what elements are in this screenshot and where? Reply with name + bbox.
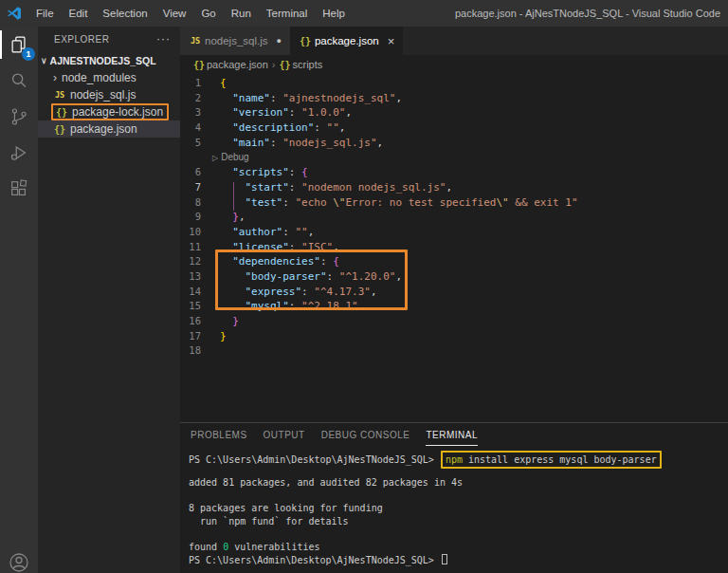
file-label: package-lock.json: [72, 105, 163, 119]
terminal-command-line: PS C:\Users\Admin\Desktop\AjNesTNodeJS_S…: [189, 450, 728, 470]
tree-item-package.json[interactable]: {}package.json: [38, 120, 180, 138]
menu-run[interactable]: Run: [224, 0, 259, 27]
code-editor[interactable]: 1{2 "name": "ajnestnodejs_sql",3 "versio…: [180, 74, 728, 422]
code-line-17: 17}: [180, 329, 728, 344]
line-number: 9: [180, 210, 209, 225]
code-text: "start": "nodemon nodejs_sql.js",: [209, 180, 452, 195]
code-text: "author": "",: [209, 225, 314, 240]
activity-run-debug-button[interactable]: [0, 135, 38, 171]
line-number: 12: [180, 254, 209, 269]
breadcrumb-separator-icon: ›: [272, 59, 276, 70]
file-tree: ›node_modulesJSnodejs_sql.js{}package-lo…: [38, 69, 180, 138]
chevron-down-icon: ∨: [41, 56, 47, 65]
activity-bar: 1: [0, 27, 38, 573]
code-text: "name": "ajnestnodejs_sql",: [209, 91, 402, 106]
code-lines: 1{2 "name": "ajnestnodejs_sql",3 "versio…: [180, 76, 728, 359]
file-label: nodejs_sql.js: [70, 88, 136, 102]
command-highlight-box: npm install express mysql body-parser: [441, 451, 662, 469]
line-number: 6: [180, 165, 209, 180]
close-icon[interactable]: ×: [388, 34, 395, 48]
code-line-9: 9 },: [180, 210, 728, 225]
terminal[interactable]: PS C:\Users\Admin\Desktop\AjNesTNodeJS_S…: [180, 447, 728, 573]
account-icon: [8, 551, 30, 573]
line-number: 18: [180, 343, 209, 359]
codelens-debug[interactable]: ▷Debug: [180, 150, 728, 165]
search-icon: [9, 70, 29, 91]
command-args: install express mysql body-parser: [463, 454, 657, 465]
code-text: "description": "",: [209, 120, 345, 136]
activity-account-button[interactable]: [0, 551, 38, 573]
code-line-13: 13 "body-parser": "^1.20.0",: [180, 269, 728, 285]
codelens-label: Debug: [221, 152, 248, 162]
panel-tab-terminal[interactable]: TERMINAL: [426, 424, 478, 446]
tree-item-node_modules[interactable]: ›node_modules: [38, 69, 180, 86]
code-line-12: 12 "dependencies": {: [180, 254, 728, 269]
code-text: [209, 343, 220, 359]
more-actions-icon[interactable]: ···: [156, 32, 171, 46]
menu-selection[interactable]: Selection: [95, 0, 155, 27]
file-label: node_modules: [62, 71, 136, 84]
activity-source-control-button[interactable]: [0, 99, 38, 135]
code-line-1: 1{: [180, 76, 728, 91]
json-symbol-icon: {}: [193, 60, 205, 70]
code-line-10: 10 "author": "",: [180, 225, 728, 240]
activity-extensions-button[interactable]: [0, 171, 38, 207]
code-line-14: 14 "express": "^4.17.3",: [180, 285, 728, 300]
menu-help[interactable]: Help: [315, 0, 353, 27]
code-text: }: [209, 314, 239, 329]
code-line-15: 15 "mysql": "^2.18.1": [180, 299, 728, 314]
breadcrumb-segment-package.json[interactable]: {}package.json: [193, 59, 268, 70]
terminal-blank-line: [189, 470, 728, 476]
tab-nodejs_sql.js[interactable]: JSnodejs_sql.js●: [180, 27, 290, 55]
tab-label: package.json: [315, 35, 379, 46]
activity-search-button[interactable]: [0, 63, 38, 99]
terminal-blank-line: [189, 528, 728, 542]
panel-tab-debug-console[interactable]: DEBUG CONSOLE: [321, 424, 410, 446]
title-bar: FileEditSelectionViewGoRunTerminalHelp p…: [0, 0, 728, 27]
line-number: 14: [180, 285, 209, 300]
chevron-right-icon: ›: [53, 71, 57, 84]
explorer-badge: 1: [22, 47, 35, 61]
terminal-output-line: added 81 packages, and audited 82 packag…: [189, 476, 728, 490]
json-symbol-icon: {}: [280, 60, 291, 70]
activity-explorer-button[interactable]: 1: [0, 27, 38, 63]
terminal-prompt: PS C:\Users\Admin\Desktop\AjNesTNodeJS_S…: [189, 454, 440, 465]
folder-root-label: AJNESTNODEJS_SQL: [50, 55, 156, 66]
code-line-8: 8 "test": "echo \"Error: no test specifi…: [180, 195, 728, 211]
line-number: 17: [180, 329, 209, 344]
menu-edit[interactable]: Edit: [62, 0, 96, 27]
tree-item-package-lock.json[interactable]: {}package-lock.json: [38, 103, 180, 120]
breadcrumb-label: scripts: [293, 59, 323, 70]
line-number: 5: [180, 136, 209, 151]
menu-go[interactable]: Go: [193, 0, 223, 27]
breadcrumb-label: package.json: [207, 59, 268, 70]
code-line-2: 2 "name": "ajnestnodejs_sql",: [180, 91, 728, 106]
tree-item-nodejs_sql.js[interactable]: JSnodejs_sql.js: [38, 86, 180, 103]
bracket-pair-guide: [233, 182, 234, 211]
command-name: npm: [446, 454, 463, 465]
js-file-icon: JS: [189, 36, 202, 46]
terminal-prompt-line: PS C:\Users\Admin\Desktop\AjNesTNodeJS_S…: [189, 554, 728, 567]
terminal-blank-line: [189, 490, 728, 503]
bottom-panel: PROBLEMSOUTPUTDEBUG CONSOLETERMINAL PS C…: [180, 422, 728, 573]
js-file-icon: JS: [53, 90, 66, 100]
panel-tab-output[interactable]: OUTPUT: [264, 424, 305, 446]
breadcrumb-segment-scripts[interactable]: {}scripts: [280, 59, 323, 70]
menu-view[interactable]: View: [155, 0, 194, 27]
menu-file[interactable]: File: [28, 0, 62, 27]
terminal-cursor: [442, 554, 447, 564]
folder-root[interactable]: ∨ AJNESTNODEJS_SQL: [38, 51, 180, 69]
panel-tab-problems[interactable]: PROBLEMS: [191, 424, 247, 446]
line-number: 7: [180, 180, 209, 195]
terminal-output-line: found 0 vulnerabilities: [189, 541, 728, 554]
terminal-output-line: 8 packages are looking for funding: [189, 502, 728, 515]
json-file-icon: {}: [53, 124, 66, 135]
terminal-prompt: PS C:\Users\Admin\Desktop\AjNesTNodeJS_S…: [189, 555, 440, 565]
menu-terminal[interactable]: Terminal: [259, 0, 315, 27]
line-number: 3: [180, 105, 209, 120]
code-text: "test": "echo \"Error: no test specified…: [209, 195, 578, 211]
breadcrumb: {}package.json›{}scripts: [180, 55, 728, 74]
line-number: 1: [180, 76, 209, 91]
tab-package.json[interactable]: {}package.json×: [290, 27, 403, 55]
code-text: }: [209, 329, 227, 344]
